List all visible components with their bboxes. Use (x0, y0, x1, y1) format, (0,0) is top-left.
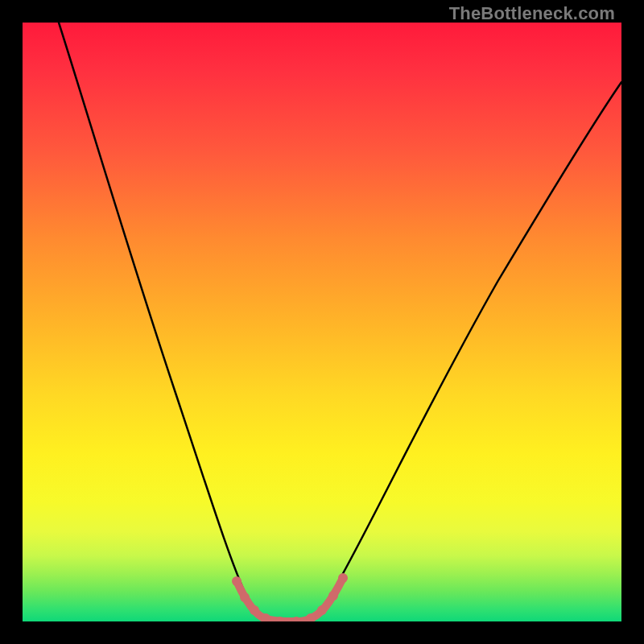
svg-point-0 (232, 576, 242, 586)
svg-point-2 (250, 605, 259, 615)
svg-point-7 (317, 605, 327, 615)
svg-point-5 (291, 617, 301, 621)
chart-frame: TheBottleneck.com (0, 0, 644, 644)
svg-point-8 (328, 591, 338, 601)
watermark-text: TheBottleneck.com (449, 3, 615, 24)
bottleneck-curve-path (59, 23, 621, 620)
bottleneck-floor-highlight-path (237, 578, 343, 621)
highlight-dots (232, 573, 348, 621)
plot-area (23, 23, 621, 621)
bottleneck-curve-svg (23, 23, 621, 621)
svg-point-9 (338, 573, 348, 583)
svg-point-1 (240, 592, 250, 602)
